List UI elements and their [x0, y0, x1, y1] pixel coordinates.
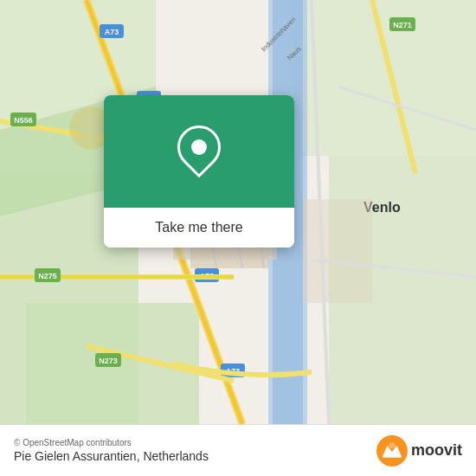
- footer-bar: © OpenStreetMap contributors Pie Gielen …: [0, 424, 476, 476]
- svg-text:N273: N273: [99, 357, 118, 365]
- place-name: Pie Gielen Assurantien, Netherlands: [14, 449, 209, 463]
- footer-info: © OpenStreetMap contributors Pie Gielen …: [14, 438, 209, 463]
- svg-text:N271: N271: [393, 21, 412, 29]
- location-popup: Take me there: [104, 95, 294, 248]
- moovit-logo-icon: [376, 435, 408, 466]
- svg-rect-39: [303, 199, 372, 303]
- moovit-brand-text: moovit: [411, 441, 462, 460]
- moovit-logo: moovit: [376, 435, 462, 466]
- svg-text:N556: N556: [14, 116, 33, 125]
- svg-point-53: [389, 442, 395, 448]
- svg-point-50: [78, 115, 104, 141]
- svg-text:N275: N275: [38, 272, 57, 280]
- take-me-there-button[interactable]: Take me there: [104, 208, 294, 248]
- map-view: A73 A73 A73 A73 A73 N275 N273 N556 N271 …: [0, 0, 476, 424]
- svg-text:A73: A73: [105, 28, 119, 36]
- svg-rect-4: [294, 0, 476, 156]
- popup-header: [104, 95, 294, 208]
- copyright-text: © OpenStreetMap contributors: [14, 438, 209, 447]
- svg-point-51: [376, 435, 408, 466]
- map-pin-icon: [177, 125, 221, 177]
